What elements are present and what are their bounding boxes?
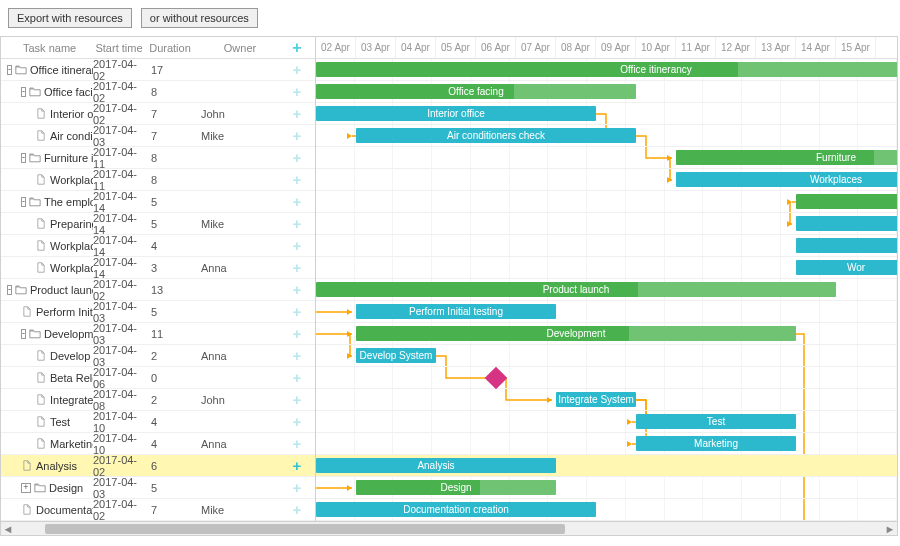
- grid-row[interactable]: -Development2017-04-0311+: [1, 323, 315, 345]
- task-duration: 17: [145, 64, 195, 76]
- task-bar[interactable]: [796, 238, 897, 253]
- grid-row[interactable]: Documentation creation2017-04-027Mike+: [1, 499, 315, 521]
- add-subtask-button[interactable]: +: [285, 325, 309, 342]
- add-subtask-button[interactable]: +: [285, 149, 309, 166]
- task-start: 2017-04-11: [93, 168, 145, 192]
- grid-row[interactable]: Preparing workplaces2017-04-145Mike+: [1, 213, 315, 235]
- task-bar[interactable]: Analysis: [316, 458, 556, 473]
- export-with-resources-button[interactable]: Export with resources: [8, 8, 132, 28]
- scroll-left-button[interactable]: ◄: [1, 523, 15, 535]
- grid-row[interactable]: Workplaces importation2017-04-144+: [1, 235, 315, 257]
- col-header-name[interactable]: Task name: [1, 42, 93, 54]
- collapse-toggle[interactable]: -: [21, 197, 26, 207]
- add-subtask-button[interactable]: +: [285, 193, 309, 210]
- expand-toggle[interactable]: +: [21, 483, 31, 493]
- task-duration: 5: [145, 306, 195, 318]
- add-subtask-button[interactable]: +: [285, 237, 309, 254]
- add-subtask-button[interactable]: +: [285, 105, 309, 122]
- task-bar[interactable]: Test: [636, 414, 796, 429]
- add-subtask-button[interactable]: +: [285, 259, 309, 276]
- group-bar[interactable]: Office itinerancy: [316, 62, 897, 77]
- collapse-toggle[interactable]: -: [21, 153, 26, 163]
- collapse-toggle[interactable]: -: [21, 87, 26, 97]
- task-bar[interactable]: Documentation creation: [316, 502, 596, 517]
- grid-row[interactable]: Analysis2017-04-026+: [1, 455, 315, 477]
- col-header-owner[interactable]: Owner: [195, 42, 285, 54]
- task-start: 2017-04-14: [93, 212, 145, 236]
- grid-row[interactable]: -The employee relocation2017-04-145+: [1, 191, 315, 213]
- grid-row[interactable]: Test2017-04-104+: [1, 411, 315, 433]
- collapse-toggle[interactable]: -: [7, 65, 12, 75]
- group-bar[interactable]: Product launch: [316, 282, 836, 297]
- grid-row[interactable]: -Product launch2017-04-0213+: [1, 279, 315, 301]
- add-subtask-button[interactable]: +: [285, 347, 309, 364]
- bar-label: Develop System: [360, 350, 433, 361]
- chart-row: Develop System: [316, 345, 897, 367]
- task-bar[interactable]: Integrate System: [556, 392, 636, 407]
- task-bar[interactable]: Air conditioners check: [356, 128, 636, 143]
- chart-body[interactable]: Office itinerancyOffice facingInterior o…: [316, 59, 897, 535]
- group-bar[interactable]: Development: [356, 326, 796, 341]
- scroll-right-button[interactable]: ►: [883, 523, 897, 535]
- task-start: 2017-04-02: [93, 454, 145, 478]
- export-without-resources-button[interactable]: or without resources: [141, 8, 258, 28]
- add-subtask-button[interactable]: +: [285, 61, 309, 78]
- task-start: 2017-04-10: [93, 410, 145, 434]
- task-start: 2017-04-03: [93, 322, 145, 346]
- grid-row[interactable]: +Design2017-04-035+: [1, 477, 315, 499]
- group-bar[interactable]: [796, 194, 897, 209]
- grid-row[interactable]: Workplaces preparation2017-04-118+: [1, 169, 315, 191]
- task-duration: 2: [145, 350, 195, 362]
- grid-row[interactable]: Marketing2017-04-104Anna+: [1, 433, 315, 455]
- horizontal-scrollbar[interactable]: ◄ ►: [1, 521, 897, 535]
- chart-row: Design: [316, 477, 897, 499]
- collapse-toggle[interactable]: -: [7, 285, 12, 295]
- grid-row[interactable]: Interior office2017-04-027John+: [1, 103, 315, 125]
- task-bar[interactable]: Workplaces: [676, 172, 897, 187]
- grid-row[interactable]: -Furniture installation2017-04-118+: [1, 147, 315, 169]
- add-subtask-button[interactable]: +: [285, 171, 309, 188]
- task-bar[interactable]: Wor: [796, 260, 897, 275]
- add-subtask-button[interactable]: +: [285, 435, 309, 452]
- group-bar[interactable]: Office facing: [316, 84, 636, 99]
- task-duration: 13: [145, 284, 195, 296]
- task-bar[interactable]: Interior office: [316, 106, 596, 121]
- add-subtask-button[interactable]: +: [285, 83, 309, 100]
- grid-row[interactable]: Workplaces exportation2017-04-143Anna+: [1, 257, 315, 279]
- add-subtask-button[interactable]: +: [285, 369, 309, 386]
- col-header-duration[interactable]: Duration: [145, 42, 195, 54]
- group-bar[interactable]: Design: [356, 480, 556, 495]
- task-duration: 6: [145, 460, 195, 472]
- grid-row[interactable]: Air conditioners check2017-04-037Mike+: [1, 125, 315, 147]
- add-subtask-button[interactable]: +: [285, 281, 309, 298]
- grid-row[interactable]: -Office facing2017-04-028+: [1, 81, 315, 103]
- task-start: 2017-04-08: [93, 388, 145, 412]
- task-bar[interactable]: Develop System: [356, 348, 436, 363]
- col-header-start[interactable]: Start time: [93, 42, 145, 54]
- folder-icon: [15, 64, 27, 75]
- add-subtask-button[interactable]: +: [285, 303, 309, 320]
- grid-row[interactable]: Develop System2017-04-032Anna+: [1, 345, 315, 367]
- add-subtask-button[interactable]: +: [285, 215, 309, 232]
- add-subtask-button[interactable]: +: [285, 501, 309, 518]
- task-name: Interior office: [50, 108, 93, 120]
- task-bar[interactable]: Perform Initial testing: [356, 304, 556, 319]
- add-subtask-button[interactable]: +: [285, 127, 309, 144]
- grid-row[interactable]: -Office itinerancy2017-04-0217+: [1, 59, 315, 81]
- scroll-thumb[interactable]: [45, 524, 565, 534]
- add-subtask-button[interactable]: +: [285, 413, 309, 430]
- collapse-toggle[interactable]: -: [21, 329, 26, 339]
- add-subtask-button[interactable]: +: [285, 391, 309, 408]
- task-bar[interactable]: Marketing: [636, 436, 796, 451]
- add-subtask-button[interactable]: +: [285, 457, 309, 474]
- grid-row[interactable]: Perform Initial testing2017-04-035+: [1, 301, 315, 323]
- file-icon: [21, 306, 33, 317]
- task-bar[interactable]: [796, 216, 897, 231]
- grid-row[interactable]: Beta Release2017-04-060+: [1, 367, 315, 389]
- add-task-button[interactable]: +: [285, 39, 309, 57]
- timeline-cell: 03 Apr: [356, 37, 396, 58]
- add-subtask-button[interactable]: +: [285, 479, 309, 496]
- grid-row[interactable]: Integrate System2017-04-082John+: [1, 389, 315, 411]
- group-bar[interactable]: Furniture: [676, 150, 897, 165]
- milestone[interactable]: [485, 367, 508, 390]
